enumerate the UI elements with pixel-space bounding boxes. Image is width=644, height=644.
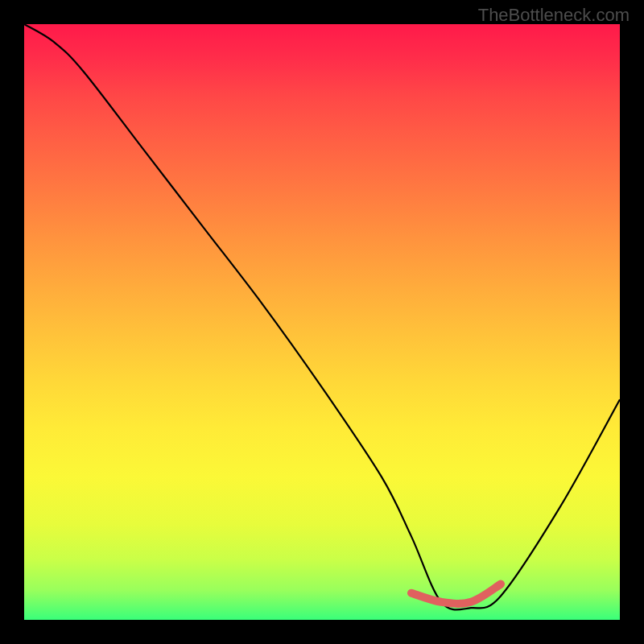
chart-svg [24, 24, 620, 620]
watermark-text: TheBottleneck.com [478, 5, 630, 26]
bottleneck-highlight [411, 584, 501, 604]
bottleneck-curve [24, 24, 620, 610]
chart-plot-area [24, 24, 620, 620]
